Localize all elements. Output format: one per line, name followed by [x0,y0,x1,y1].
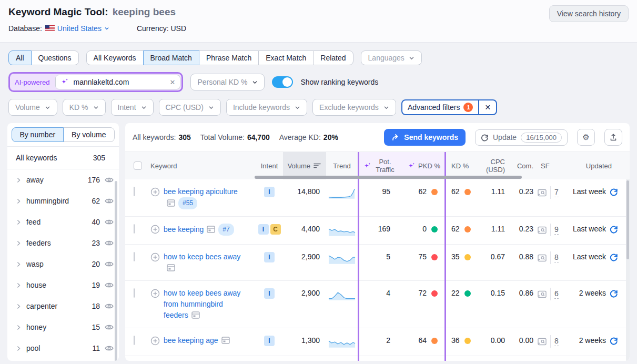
view-search-history-button[interactable]: View search history [549,5,629,22]
refresh-icon[interactable] [610,289,618,298]
keyword-link[interactable]: how to keep bees away from hummingbird f… [164,289,240,319]
sidebar-group-house[interactable]: house 19 [7,275,119,296]
personal-kd-dropdown[interactable]: Personal KD % [190,74,265,90]
eye-icon[interactable] [105,302,114,310]
sidebar-group-feed[interactable]: feed 40 [7,211,119,232]
row-checkbox[interactable] [134,336,135,345]
eye-icon[interactable] [105,345,114,352]
filter-dropdown-exclude-keywords[interactable]: Exclude keywords [312,99,396,116]
col-header-updated[interactable]: Updated [566,162,625,170]
vertical-scrollbar-thumb[interactable] [626,180,629,259]
serp-preview-icon[interactable] [167,264,175,271]
keyword-link[interactable]: bee keeping [164,225,204,234]
filter-dropdown-include-keywords[interactable]: Include keywords [226,99,307,116]
sf-count[interactable]: 8 [554,253,559,262]
competition-value: 0.00 [507,335,534,346]
eye-icon[interactable] [105,239,114,247]
filter-dropdown-cpc-usd-[interactable]: CPC (USD) [159,99,221,116]
add-keyword-icon[interactable] [150,187,160,197]
serp-preview-icon[interactable] [207,226,215,233]
serp-features-icon[interactable] [538,189,547,197]
tab-exact-match[interactable]: Exact Match [258,50,314,65]
refresh-icon[interactable] [610,225,618,234]
keyword-search-input[interactable]: mannlakeltd.com ✕ [55,75,180,89]
sf-count[interactable]: 6 [554,289,559,299]
eye-icon[interactable] [105,323,114,331]
sidebar-group-feeders[interactable]: feeders 23 [7,232,119,254]
update-button[interactable]: Update 16/15,000 [475,129,568,146]
tab-all-keywords[interactable]: All Keywords [86,50,144,65]
tab-all[interactable]: All [8,50,32,65]
sf-count[interactable]: 7 [554,188,559,197]
add-keyword-icon[interactable] [150,252,160,262]
tab-questions[interactable]: Questions [31,50,79,65]
col-header-com[interactable]: Com. [507,162,534,170]
sidebar-group-away[interactable]: away 176 [7,169,119,190]
table-settings-button[interactable]: ⚙ [577,129,595,146]
database-selector[interactable]: United States [45,24,109,33]
send-keywords-button[interactable]: Send keywords [384,129,466,146]
sidebar-scrollbar[interactable] [115,181,117,361]
advanced-filters-clear-icon[interactable]: ✕ [478,100,496,114]
intent-badge-c: C [270,224,281,235]
sidebar-group-hummingbird[interactable]: hummingbird 62 [7,190,119,211]
add-keyword-icon[interactable] [150,225,160,234]
serp-preview-icon[interactable] [191,311,200,319]
serp-features-icon[interactable] [538,290,547,298]
col-header-kd[interactable]: KD % [446,162,478,170]
filter-dropdown-kd-[interactable]: KD % [63,99,106,116]
tab-related[interactable]: Related [313,50,353,65]
pot-traffic-value: 169 [358,224,402,235]
filter-dropdown-volume[interactable]: Volume [8,99,57,116]
sf-count[interactable]: 8 [554,337,559,346]
refresh-icon[interactable] [610,188,618,196]
sidebar-group-carpenter[interactable]: carpenter 18 [7,296,119,317]
col-header-intent[interactable]: Intent [256,162,283,170]
eye-icon[interactable] [105,260,114,268]
col-header-trend[interactable]: Trend [326,162,358,170]
serp-features-icon[interactable] [538,338,547,346]
keyword-link[interactable]: bee keeping age [164,336,218,345]
serp-features-icon[interactable] [538,254,547,262]
eye-icon[interactable] [105,176,114,184]
add-keyword-icon[interactable] [150,289,160,298]
horizontal-scrollbar[interactable] [255,176,522,179]
col-header-keyword[interactable]: Keyword [150,162,256,170]
languages-dropdown[interactable]: Languages [361,50,422,65]
sidebar-group-pool[interactable]: pool 11 [7,338,119,359]
row-checkbox[interactable] [134,224,135,234]
row-checkbox[interactable] [134,252,135,261]
tab-phrase-match[interactable]: Phrase Match [199,50,259,65]
tab-broad-match[interactable]: Broad Match [143,50,199,65]
eye-icon[interactable] [105,197,114,205]
sidebar-tab-by-volume[interactable]: By volume [63,127,115,142]
export-button[interactable] [604,129,622,146]
filter-dropdown-intent[interactable]: Intent [111,99,154,116]
sf-count[interactable]: 9 [554,225,559,235]
row-checkbox[interactable] [134,187,135,196]
sidebar-group-honey[interactable]: honey 15 [7,317,119,338]
kd-value: 62 [451,186,460,197]
select-all-checkbox[interactable] [134,161,142,170]
col-header-cpc[interactable]: CPC (USD) [478,158,507,174]
keyword-link[interactable]: bee keeping apiculture [164,187,238,196]
show-ranking-keywords-toggle[interactable] [272,76,293,88]
advanced-filters-button[interactable]: Advanced filters 1 ✕ [401,99,497,115]
refresh-icon[interactable] [610,253,618,261]
keyword-link[interactable]: how to keep bees away [164,252,240,261]
vertical-scrollbar[interactable] [626,179,630,361]
clear-search-icon[interactable]: ✕ [170,78,176,86]
eye-icon[interactable] [105,218,114,226]
sidebar-tab-by-number[interactable]: By number [12,127,64,142]
serp-preview-icon[interactable] [167,199,175,207]
row-checkbox[interactable] [134,288,135,298]
add-keyword-icon[interactable] [150,336,160,346]
serp-preview-icon[interactable] [221,337,230,344]
serp-features-icon[interactable] [538,226,547,234]
refresh-icon[interactable] [610,337,618,345]
kd-value: 62 [451,224,460,235]
sidebar-all-keywords-row[interactable]: All keywords 305 [7,146,119,169]
sidebar-group-wasp[interactable]: wasp 20 [7,254,119,275]
col-header-sf[interactable]: SF [534,162,566,170]
eye-icon[interactable] [105,281,114,289]
